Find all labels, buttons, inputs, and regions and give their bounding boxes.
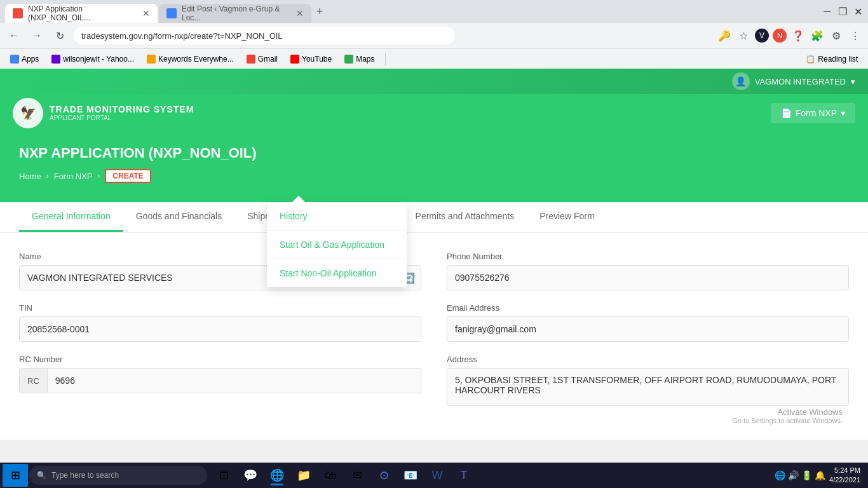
site-nav: 🦅 TRADE MONITORING SYSTEM APPLICANT PORT… <box>0 94 868 132</box>
user-dropdown-icon: ▾ <box>851 77 855 86</box>
tab-inactive[interactable]: Edit Post ‹ Vagmon e-Grup & Loc... ✕ <box>159 4 311 23</box>
bookmark-youtube[interactable]: YouTube <box>285 53 337 65</box>
tab-permits-attachments[interactable]: Permits and Attachments <box>403 202 527 232</box>
breadcrumb: Home › Form NXP › CREATE <box>19 169 849 183</box>
tab-strip: NXP Application (NXP_NON_OIL... ✕ Edit P… <box>5 0 327 23</box>
site-logo: 🦅 TRADE MONITORING SYSTEM APPLICANT PORT… <box>13 98 194 128</box>
phone-input[interactable] <box>447 265 849 290</box>
profile-icon-1[interactable]: V <box>755 29 769 43</box>
start-button[interactable]: ⊞ <box>3 464 28 487</box>
taskbar-word-button[interactable]: W <box>424 464 450 487</box>
address-group: Address 5, OKPOBASI STREET, 1ST TRANSFOR… <box>447 355 849 408</box>
address-label: Address <box>447 355 849 364</box>
tab-goods-financials[interactable]: Goods and Financials <box>123 202 234 232</box>
taskbar-mail-button[interactable]: ✉ <box>344 464 370 487</box>
taskbar-explorer-button[interactable]: 📁 <box>291 464 316 487</box>
rc-group: RC Number RC <box>19 355 421 393</box>
bookmark-yahoo[interactable]: wilsonjewit - Yahoo... <box>46 53 139 65</box>
tab-favicon-1 <box>13 8 23 18</box>
tab-favicon-2 <box>166 8 177 18</box>
rc-prefix: RC <box>19 368 47 393</box>
star-icon[interactable]: ☆ <box>736 28 751 43</box>
bookmark-apps[interactable]: Apps <box>5 53 44 65</box>
main-content: General Information Goods and Financials… <box>0 202 868 440</box>
taskbar: ⊞ 🔍 Type here to search ⊡ 💬 🌐 📁 🛍 ✉ ⊙ 📧 … <box>0 463 868 488</box>
menu-icon[interactable]: ⋮ <box>848 28 863 43</box>
logo-subtitle: APPLICANT PORTAL <box>50 114 194 122</box>
notifications-icon[interactable]: 🔔 <box>815 470 825 480</box>
taskbar-date: 4/22/2021 <box>829 475 860 485</box>
breadcrumb-form[interactable]: Form NXP <box>54 172 93 181</box>
apps-favicon <box>10 55 19 64</box>
rc-input-group: RC <box>19 368 421 393</box>
key-icon[interactable]: 🔑 <box>717 28 732 43</box>
tin-group: TIN <box>19 303 421 342</box>
profile-icon-2[interactable]: N <box>773 29 787 43</box>
forward-button[interactable]: → <box>28 27 46 44</box>
taskbar-teams-button[interactable]: T <box>451 464 477 487</box>
help-icon[interactable]: ❓ <box>790 28 806 43</box>
bookmark-keywords[interactable]: Keywords Everywhe... <box>142 53 239 65</box>
refresh-button[interactable]: ↻ <box>51 27 69 44</box>
user-badge[interactable]: 👤 VAGMON INTEGRATED ▾ <box>732 72 855 90</box>
settings-icon[interactable]: ⚙ <box>829 28 844 43</box>
logo-title: TRADE MONITORING SYSTEM <box>50 104 194 115</box>
email-input[interactable] <box>447 316 849 342</box>
breadcrumb-home[interactable]: Home <box>19 172 41 181</box>
rc-input[interactable] <box>47 368 421 393</box>
reading-list-button[interactable]: 📋 Reading list <box>801 53 863 65</box>
taskbar-edge-button[interactable]: 🌐 <box>264 464 290 487</box>
tab-preview-form[interactable]: Preview Form <box>527 202 607 232</box>
tab-close-1[interactable]: ✕ <box>142 8 150 18</box>
minimize-button[interactable]: ─ <box>822 6 832 17</box>
page-title: NXP APPLICATION (NXP_NON_OIL) <box>19 145 849 161</box>
dropdown-menu: History Start Oil & Gas Application Star… <box>267 202 407 287</box>
taskbar-outlook-button[interactable]: 📧 <box>398 464 423 487</box>
dropdown-item-non-oil[interactable]: Start Non-Oil Application <box>267 259 407 287</box>
puzzle-icon[interactable]: 🧩 <box>810 28 825 43</box>
phone-group: Phone Number <box>447 252 849 290</box>
address-input[interactable] <box>74 27 455 44</box>
form-nxp-label: Form NXP <box>796 108 837 118</box>
tab-active[interactable]: NXP Application (NXP_NON_OIL... ✕ <box>5 4 158 23</box>
browser-addressbar: ← → ↻ 🔑 ☆ V N ❓ 🧩 ⚙ ⋮ <box>0 23 868 48</box>
taskbar-search-text: Type here to search <box>51 471 119 480</box>
form-nxp-caret: ▾ <box>841 108 845 118</box>
app-container: 👤 VAGMON INTEGRATED ▾ 🦅 TRADE MONITORING… <box>0 69 868 463</box>
bookmark-gmail[interactable]: Gmail <box>241 53 283 65</box>
tab-close-2[interactable]: ✕ <box>296 8 304 18</box>
gmail-favicon <box>247 55 255 64</box>
bookmark-maps[interactable]: Maps <box>339 53 379 65</box>
battery-icon[interactable]: 🔋 <box>801 470 812 480</box>
taskbar-chat-button[interactable]: 💬 <box>238 464 263 487</box>
tab-general-information[interactable]: General Information <box>19 202 123 232</box>
restore-button[interactable]: ❐ <box>837 6 848 17</box>
taskbar-clock[interactable]: 5:24 PM 4/22/2021 <box>829 466 860 485</box>
form-nxp-button[interactable]: 📄 Form NXP ▾ <box>771 103 855 123</box>
taskbar-chrome-button[interactable]: ⊙ <box>371 464 397 487</box>
form-right-col: Phone Number Email Address Address 5, OK… <box>447 252 849 421</box>
dropdown-item-history[interactable]: History <box>267 202 407 231</box>
window-controls: ─ ❐ ✕ <box>822 6 863 17</box>
bookmark-keywords-label: Keywords Everywhe... <box>158 55 234 64</box>
taskbar-search[interactable]: 🔍 Type here to search <box>29 466 207 485</box>
taskbar-view-button[interactable]: ⊡ <box>211 464 236 487</box>
back-button[interactable]: ← <box>5 27 23 44</box>
bookmarks-bar: Apps wilsonjewit - Yahoo... Keywords Eve… <box>0 48 868 69</box>
browser-titlebar: NXP Application (NXP_NON_OIL... ✕ Edit P… <box>0 0 868 23</box>
close-button[interactable]: ✕ <box>853 6 863 17</box>
taskbar-store-button[interactable]: 🛍 <box>318 464 343 487</box>
dropdown-item-oil-gas[interactable]: Start Oil & Gas Application <box>267 231 407 259</box>
volume-icon[interactable]: 🔊 <box>788 470 799 480</box>
tin-input[interactable] <box>19 316 421 342</box>
form-icon: 📄 <box>781 108 792 118</box>
address-input[interactable]: 5, OKPOBASI STREET, 1ST TRANSFORMER, OFF… <box>447 368 849 406</box>
phone-label: Phone Number <box>447 252 849 261</box>
site-header: 👤 VAGMON INTEGRATED ▾ <box>0 69 868 94</box>
maps-favicon <box>344 55 353 64</box>
youtube-favicon <box>290 55 299 64</box>
tab-title-2: Edit Post ‹ Vagmon e-Grup & Loc... <box>182 4 291 22</box>
network-icon[interactable]: 🌐 <box>775 470 785 480</box>
new-tab-button[interactable]: + <box>313 5 327 18</box>
dropdown-arrow <box>292 196 305 202</box>
